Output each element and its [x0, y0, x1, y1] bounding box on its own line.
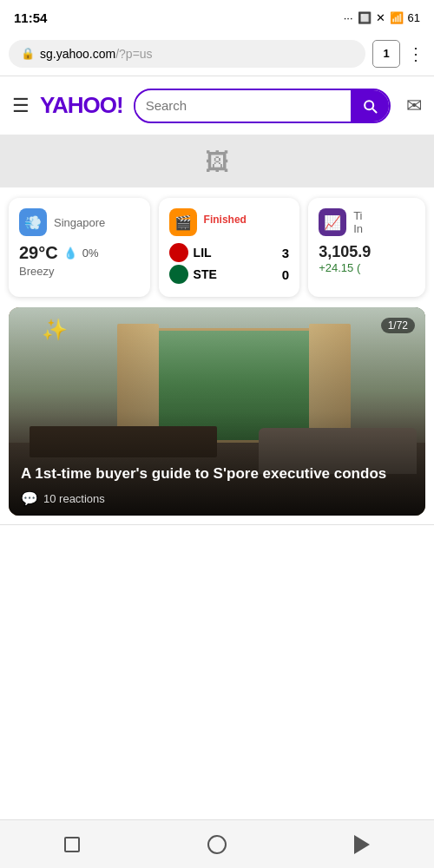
nav-back-button[interactable]	[354, 835, 370, 854]
content-spacer	[0, 524, 434, 715]
sports-team1-row: LIL 3	[169, 243, 290, 262]
finance-title: Ti	[353, 209, 363, 222]
search-input[interactable]	[135, 98, 351, 113]
yahoo-header: ☰ YAHOO! ✉	[0, 76, 434, 135]
sports-status: Finished	[204, 214, 247, 226]
scroll-container[interactable]: ☰ YAHOO! ✉ 🖼 💨 Singapore 29°C	[0, 76, 434, 819]
search-button[interactable]	[351, 89, 389, 123]
news-section[interactable]: ✨ 1/72 A 1st-time buyer's guide to S'por…	[0, 307, 434, 524]
finance-icon: 📈	[319, 208, 346, 236]
sports-widget[interactable]: 🎬 Finished LIL 3 STE 0	[159, 198, 300, 297]
hamburger-icon[interactable]: ☰	[12, 95, 30, 117]
sim-icon: 🔲	[358, 11, 372, 24]
weather-description: Breezy	[19, 265, 140, 278]
status-time: 11:54	[14, 10, 47, 25]
finance-change: +24.15 (	[319, 261, 415, 274]
lock-icon: 🔒	[21, 47, 35, 60]
finance-widget[interactable]: 📈 Ti In 3,105.9 +24.15 (	[308, 198, 425, 297]
android-nav-bar	[0, 819, 434, 868]
team2-name: STE	[194, 267, 277, 281]
team1-badge	[169, 243, 188, 262]
news-card[interactable]: ✨ 1/72 A 1st-time buyer's guide to S'por…	[9, 307, 425, 516]
browser-bar: 🔒 sg.yahoo.com/?p=us 1 ⋮	[0, 31, 434, 76]
weather-temperature: 29°C	[19, 243, 58, 263]
weather-icon: 💨	[19, 208, 47, 236]
battery-level: 61	[408, 11, 420, 24]
weather-temp-row: 29°C 💧 0%	[19, 243, 140, 263]
weather-drop-icon: 💧	[63, 247, 77, 260]
mail-icon[interactable]: ✉	[406, 95, 422, 117]
finance-header: 📈 Ti In	[319, 208, 415, 236]
team2-badge	[169, 265, 188, 284]
weather-percent: 0%	[82, 247, 99, 260]
team1-score: 3	[282, 246, 289, 260]
status-bar: 11:54 ··· 🔲 ✕ 📶 61	[0, 0, 434, 31]
weather-title: Singapore	[54, 216, 105, 229]
url-bar[interactable]: 🔒 sg.yahoo.com/?p=us	[9, 40, 365, 68]
news-counter: 1/72	[381, 318, 415, 333]
wifi-icon: 📶	[390, 11, 404, 24]
news-reactions: 💬 10 reactions	[21, 490, 413, 507]
square-icon	[64, 837, 80, 852]
nav-circle-button[interactable]	[207, 835, 227, 854]
browser-menu-button[interactable]: ⋮	[407, 43, 425, 64]
reactions-icon: 💬	[21, 490, 38, 507]
status-icons: ··· 🔲 ✕ 📶 61	[344, 11, 420, 24]
team2-score: 0	[282, 267, 289, 282]
finance-value: 3,105.9	[319, 243, 415, 261]
back-icon	[354, 835, 370, 854]
sports-icon: 🎬	[169, 208, 197, 236]
reactions-count: 10 reactions	[43, 492, 105, 505]
tab-button[interactable]: 1	[372, 40, 400, 68]
search-icon	[361, 97, 378, 115]
finance-subtitle: In	[353, 222, 363, 235]
search-bar[interactable]	[134, 89, 391, 123]
sports-team2-row: STE 0	[169, 265, 290, 284]
circle-icon	[207, 835, 227, 854]
placeholder-area: 🖼	[0, 135, 434, 187]
news-title: A 1st-time buyer's guide to S'pore execu…	[21, 464, 413, 483]
weather-header: 💨 Singapore	[19, 208, 140, 236]
signal-icon: ···	[344, 11, 353, 24]
weather-widget[interactable]: 💨 Singapore 29°C 💧 0% Breezy	[9, 198, 150, 297]
battery-x-icon: ✕	[376, 11, 385, 24]
news-content: A 1st-time buyer's guide to S'pore execu…	[9, 452, 425, 516]
broken-image-icon: 🖼	[205, 148, 229, 176]
team1-name: LIL	[194, 246, 277, 260]
sports-header: 🎬 Finished	[169, 208, 290, 236]
yahoo-logo: YAHOO!	[40, 92, 123, 119]
nav-square-button[interactable]	[64, 837, 80, 852]
widgets-row: 💨 Singapore 29°C 💧 0% Breezy 🎬 Finished	[0, 187, 434, 307]
url-text: sg.yahoo.com/?p=us	[40, 47, 353, 61]
